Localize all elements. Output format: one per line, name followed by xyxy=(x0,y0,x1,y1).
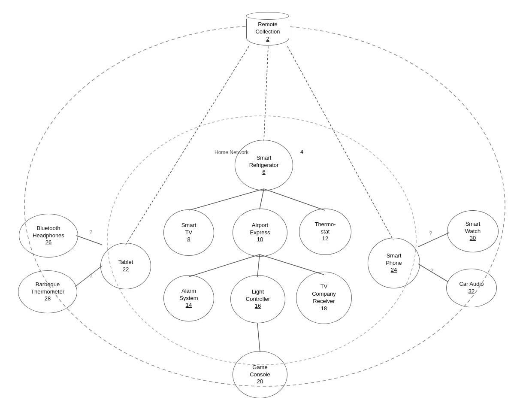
svg-line-7 xyxy=(264,189,325,210)
svg-point-0 xyxy=(24,26,505,386)
svg-line-12 xyxy=(76,236,102,245)
svg-line-11 xyxy=(257,323,260,352)
svg-text:?: ? xyxy=(89,273,92,279)
node-car-audio: Car Audio32 xyxy=(446,269,497,307)
node-smart-tv: SmartTV8 xyxy=(163,209,214,256)
node-smart-phone: SmartPhone24 xyxy=(368,238,420,288)
node-airport-express: AirportExpress10 xyxy=(233,209,287,257)
svg-line-10 xyxy=(260,254,324,275)
svg-text:?: ? xyxy=(429,230,432,236)
node-barbeque-thermometer: BarbequeThermometer28 xyxy=(18,270,77,313)
node-smart-watch: SmartWatch30 xyxy=(447,210,499,252)
svg-line-2 xyxy=(264,46,268,142)
node-thermostat: Thermo-stat12 xyxy=(299,209,351,255)
home-network-number: 4 xyxy=(300,148,303,155)
svg-line-8 xyxy=(189,254,260,277)
svg-line-14 xyxy=(418,233,449,247)
svg-line-13 xyxy=(75,266,102,287)
diagram: ? ? ? ? Home Network 4 RemoteCollection2… xyxy=(0,0,532,415)
node-smart-refrigerator: SmartRefrigerator6 xyxy=(235,140,293,191)
svg-text:?: ? xyxy=(89,229,92,235)
node-light-controller: LightController16 xyxy=(230,275,285,323)
node-tv-company-receiver: TVCompanyReceiver18 xyxy=(296,272,352,324)
node-alarm-system: AlarmSystem14 xyxy=(163,275,214,321)
node-bluetooth-headphones: BluetoothHeadphones26 xyxy=(19,214,78,257)
svg-line-5 xyxy=(189,189,264,210)
svg-text:?: ? xyxy=(430,267,433,274)
svg-line-9 xyxy=(257,254,260,277)
node-game-console: GameConsole20 xyxy=(233,351,287,398)
node-remote-collection: RemoteCollection2 xyxy=(242,12,293,45)
svg-line-4 xyxy=(287,46,393,240)
node-tablet: Tablet22 xyxy=(100,243,151,289)
svg-line-15 xyxy=(418,264,448,282)
svg-line-6 xyxy=(260,189,264,209)
